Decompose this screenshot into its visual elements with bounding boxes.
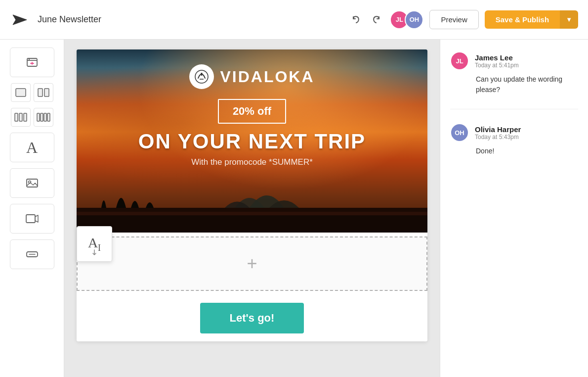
save-publish-group: Save & Publish ▼ [485,10,578,29]
layout-options-row1 [11,83,53,102]
undo-redo-group [348,12,384,28]
svg-rect-18 [77,212,427,216]
comment-time-0: Today at 5:41pm [475,62,519,69]
promo-text: 20% off [233,105,271,117]
two-col-button[interactable] [34,83,53,102]
hero-logo-text: VIDALOKA [220,68,314,86]
hero-headline: ON YOUR NEXT TRIP [138,130,366,153]
hero-subline: With the promocode *SUMMER* [191,157,313,167]
svg-rect-3 [38,89,42,96]
app-logo [10,10,30,30]
comment-avatar-0: JL [450,51,469,70]
sidebar-item-favorites[interactable] [10,47,54,77]
four-col-button[interactable] [34,108,53,127]
cta-block: Let's go! [77,295,427,341]
comment-meta-0: James Lee Today at 5:41pm [475,53,519,69]
redo-button[interactable] [368,12,384,28]
save-publish-dropdown[interactable]: ▼ [560,10,578,29]
save-publish-button[interactable]: Save & Publish [485,10,560,29]
svg-rect-6 [19,113,22,121]
svg-rect-10 [44,113,46,121]
comment-header-1: OH Olivia Harper Today at 5:43pm [450,123,578,142]
avatar-oh[interactable]: OH [405,10,423,29]
undo-button[interactable] [348,12,364,28]
header: June Newsletter JL OH Preview Save & Pub… [0,0,588,40]
svg-rect-11 [47,113,50,121]
drop-zone[interactable]: + [77,236,427,291]
svg-rect-12 [27,179,38,187]
svg-rect-9 [41,113,43,121]
email-canvas: VIDALOKA 20% off ON YOUR NEXT TRIP With … [77,49,427,341]
hero-logo-circle [189,64,214,89]
svg-point-20 [195,70,208,83]
comment-divider [450,109,578,109]
svg-rect-14 [26,215,35,223]
preview-button[interactable]: Preview [429,10,478,29]
comment-body-1: Done! [450,146,578,156]
single-col-button[interactable] [11,83,31,102]
comment-name-1: Olivia Harper [475,125,521,134]
svg-rect-5 [15,113,18,121]
comment-meta-1: Olivia Harper Today at 5:43pm [475,125,521,141]
hero-logo: VIDALOKA [189,64,314,89]
drop-plus-icon[interactable]: + [247,253,257,274]
comment-item-1: OH Olivia Harper Today at 5:43pm Done! [450,123,578,156]
svg-rect-4 [44,89,49,96]
svg-rect-19 [77,215,427,233]
canvas-wrapper: VIDALOKA 20% off ON YOUR NEXT TRIP With … [77,49,427,341]
comment-avatar-1: OH [450,123,469,142]
comments-panel: JL James Lee Today at 5:41pm Can you upd… [440,40,588,377]
sidebar: A [0,40,64,377]
main-layout: A [0,40,588,377]
hero-content: VIDALOKA 20% off ON YOUR NEXT TRIP With … [77,49,427,167]
svg-rect-2 [16,89,26,96]
svg-marker-0 [13,15,27,25]
sidebar-item-image[interactable] [10,168,54,198]
sidebar-item-video[interactable] [10,204,54,234]
canvas-area: VIDALOKA 20% off ON YOUR NEXT TRIP With … [64,40,440,377]
document-title: June Newsletter [38,14,340,25]
comment-header-0: JL James Lee Today at 5:41pm [450,51,578,70]
svg-rect-8 [37,113,40,121]
svg-point-21 [201,73,203,75]
comment-body-0: Can you update the wording please? [450,74,578,95]
cta-button[interactable]: Let's go! [200,303,304,333]
sidebar-item-button[interactable] [10,239,54,269]
three-col-button[interactable] [11,108,31,127]
drag-element-text[interactable]: AI [77,226,112,262]
collaborators: JL OH [390,10,423,29]
svg-rect-7 [24,113,27,121]
layout-options-row2 [11,108,53,127]
comment-time-1: Today at 5:43pm [475,134,521,141]
comment-name-0: James Lee [475,53,519,62]
hero-block: VIDALOKA 20% off ON YOUR NEXT TRIP With … [77,49,427,233]
promo-box: 20% off [218,99,286,124]
header-actions: JL OH Preview Save & Publish ▼ [348,10,578,29]
sidebar-item-text[interactable]: A [10,133,54,162]
comment-item: JL James Lee Today at 5:41pm Can you upd… [450,51,578,95]
